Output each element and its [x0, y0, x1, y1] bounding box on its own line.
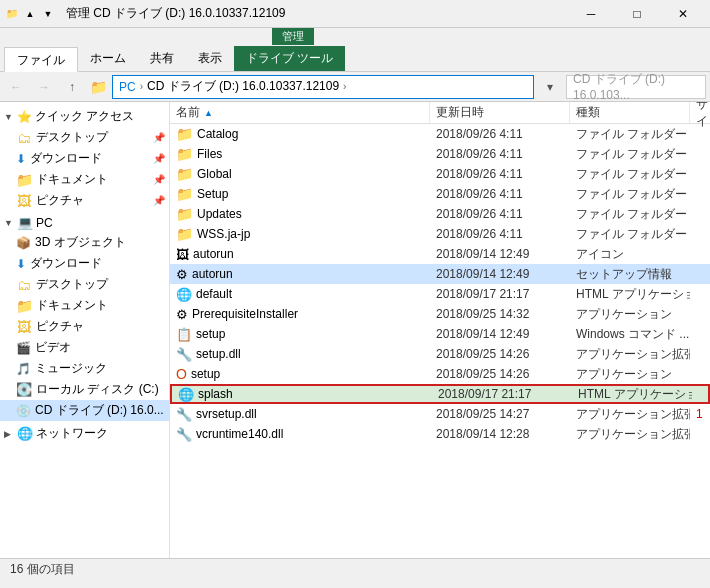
- close-button[interactable]: ✕: [660, 0, 706, 28]
- sidebar-section-quick-access: ▼ ⭐ クイック アクセス 🗂 デスクトップ 📌 ⬇ ダウンロード 📌 📁 ドキ…: [0, 106, 169, 211]
- sidebar-item-downloads[interactable]: ⬇ ダウンロード 📌: [0, 148, 169, 169]
- sidebar-item-local-c[interactable]: 💽 ローカル ディスク (C:): [0, 379, 169, 400]
- documents2-icon: 📁: [16, 298, 32, 314]
- file-name-cell: 📋setup: [170, 327, 430, 342]
- sidebar-section-pc: ▼ 💻 PC 📦 3D オブジェクト ⬇ ダウンロード 🗂 デスクトップ 📁 ド…: [0, 213, 169, 421]
- sidebar-item-documents[interactable]: 📁 ドキュメント 📌: [0, 169, 169, 190]
- pc-expand-arrow: ▼: [4, 218, 14, 228]
- cd-d-icon: 💿: [16, 404, 31, 418]
- dll-icon: 🔧: [176, 347, 192, 362]
- address-path[interactable]: PC › CD ドライブ (D:) 16.0.10337.12109 ›: [112, 75, 534, 99]
- desktop2-icon: 🗂: [16, 277, 32, 293]
- sidebar-pc-header[interactable]: ▼ 💻 PC: [0, 213, 169, 232]
- path-icon: 📁: [88, 77, 108, 97]
- downloads-icon: ⬇: [16, 152, 26, 166]
- tab-share[interactable]: 共有: [138, 46, 186, 71]
- file-row[interactable]: 🖼autorun 2018/09/14 12:49 アイコン: [170, 244, 710, 264]
- minimize-button[interactable]: ─: [568, 0, 614, 28]
- sidebar-quick-access-label: クイック アクセス: [35, 108, 134, 125]
- splash-icon: 🌐: [178, 387, 194, 402]
- tab-file[interactable]: ファイル: [4, 47, 78, 72]
- file-row[interactable]: 🌐default 2018/09/17 21:17 HTML アプリケーション: [170, 284, 710, 304]
- pictures-icon: 🖼: [16, 193, 32, 209]
- ico-icon: 🖼: [176, 247, 189, 262]
- sidebar-cd-d-label: CD ドライブ (D:) 16.0...: [35, 402, 164, 419]
- col-date-header[interactable]: 更新日時: [430, 102, 570, 123]
- cmd-icon: 📋: [176, 327, 192, 342]
- file-row[interactable]: 📁Catalog 2018/09/26 4:11 ファイル フォルダー: [170, 124, 710, 144]
- col-size-header[interactable]: サイ: [690, 102, 710, 123]
- status-bar: 16 個の項目: [0, 558, 710, 580]
- file-name-cell: 🌐default: [170, 287, 430, 302]
- tab-drive-tools[interactable]: ドライブ ツール: [234, 46, 345, 71]
- file-name-cell: 🖼autorun: [170, 247, 430, 262]
- sidebar-videos-label: ビデオ: [35, 339, 71, 356]
- file-row[interactable]: O setup 2018/09/25 14:26 アプリケーション: [170, 364, 710, 384]
- sidebar-item-music[interactable]: 🎵 ミュージック: [0, 358, 169, 379]
- tab-view[interactable]: 表示: [186, 46, 234, 71]
- sidebar-item-desktop2[interactable]: 🗂 デスクトップ: [0, 274, 169, 295]
- file-name-splash: 🌐 splash: [172, 387, 432, 402]
- file-row-selected[interactable]: ⚙autorun 2018/09/14 12:49 セットアップ情報: [170, 264, 710, 284]
- title-bar-title: 管理 CD ドライブ (D:) 16.0.10337.12109: [62, 5, 568, 22]
- col-name-header[interactable]: 名前 ▲: [170, 102, 430, 123]
- file-name-cell: 📁Global: [170, 166, 430, 182]
- sidebar-item-videos[interactable]: 🎬 ビデオ: [0, 337, 169, 358]
- folder-icon: 📁: [176, 186, 193, 202]
- file-name-cell: 📁Updates: [170, 206, 430, 222]
- documents-icon: 📁: [16, 172, 32, 188]
- sidebar-item-downloads2[interactable]: ⬇ ダウンロード: [0, 253, 169, 274]
- sidebar-item-pictures[interactable]: 🖼 ピクチャ 📌: [0, 190, 169, 211]
- file-row-splash[interactable]: 🌐 splash 2018/09/17 21:17 HTML アプリケーション: [170, 384, 710, 404]
- dropdown-button[interactable]: ▾: [538, 75, 562, 99]
- sidebar-item-desktop[interactable]: 🗂 デスクトップ 📌: [0, 127, 169, 148]
- maximize-button[interactable]: □: [614, 0, 660, 28]
- sidebar-item-pictures2[interactable]: 🖼 ピクチャ: [0, 316, 169, 337]
- sidebar-pc-label: PC: [36, 216, 53, 230]
- pin-icon-pic: 📌: [153, 195, 165, 206]
- file-row[interactable]: 📁Global 2018/09/26 4:11 ファイル フォルダー: [170, 164, 710, 184]
- file-name-cell: 🔧svrsetup.dll: [170, 407, 430, 422]
- hta-icon: 🌐: [176, 287, 192, 302]
- up-button[interactable]: ↑: [60, 75, 84, 99]
- forward-button[interactable]: →: [32, 75, 56, 99]
- sidebar-network-label: ネットワーク: [36, 425, 108, 442]
- sidebar-pictures2-label: ピクチャ: [36, 318, 84, 335]
- pc-icon: 💻: [17, 215, 33, 230]
- back-button[interactable]: ←: [4, 75, 28, 99]
- file-row[interactable]: 📁Files 2018/09/26 4:11 ファイル フォルダー: [170, 144, 710, 164]
- music-icon: 🎵: [16, 362, 31, 376]
- content-area: 名前 ▲ 更新日時 種類 サイ 📁Catalog 2018/09/26 4:11…: [170, 102, 710, 558]
- file-name-cell: 🔧vcruntime140.dll: [170, 427, 430, 442]
- sidebar-quick-access-header[interactable]: ▼ ⭐ クイック アクセス: [0, 106, 169, 127]
- expand-arrow: ▼: [4, 112, 14, 122]
- sidebar-item-documents2[interactable]: 📁 ドキュメント: [0, 295, 169, 316]
- file-row[interactable]: 🔧setup.dll 2018/09/25 14:26 アプリケーション拡張: [170, 344, 710, 364]
- status-count: 16 個の項目: [10, 561, 75, 578]
- folder-icon: 📁: [176, 206, 193, 222]
- file-row[interactable]: 📁Setup 2018/09/26 4:11 ファイル フォルダー: [170, 184, 710, 204]
- file-name-cell: ⚙PrerequisiteInstaller: [170, 307, 430, 322]
- sidebar-network-header[interactable]: ▶ 🌐 ネットワーク: [0, 423, 169, 444]
- pictures2-icon: 🖼: [16, 319, 32, 335]
- sidebar-documents2-label: ドキュメント: [36, 297, 108, 314]
- title-bar-controls: ─ □ ✕: [568, 0, 706, 28]
- sidebar-3d-label: 3D オブジェクト: [35, 234, 126, 251]
- path-end: ›: [343, 81, 346, 92]
- search-box[interactable]: CD ドライブ (D:) 16.0.103...: [566, 75, 706, 99]
- file-row[interactable]: 📁Updates 2018/09/26 4:11 ファイル フォルダー: [170, 204, 710, 224]
- file-row[interactable]: 📁WSS.ja-jp 2018/09/26 4:11 ファイル フォルダー: [170, 224, 710, 244]
- address-bar: ← → ↑ 📁 PC › CD ドライブ (D:) 16.0.10337.121…: [0, 72, 710, 102]
- file-row[interactable]: 🔧svrsetup.dll 2018/09/25 14:27 アプリケーション拡…: [170, 404, 710, 424]
- folder-icon: 📁: [176, 166, 193, 182]
- app-icon: 📁: [4, 6, 20, 22]
- sidebar-item-cd-d[interactable]: 💿 CD ドライブ (D:) 16.0...: [0, 400, 169, 421]
- tab-home[interactable]: ホーム: [78, 46, 138, 71]
- file-row[interactable]: ⚙PrerequisiteInstaller 2018/09/25 14:32 …: [170, 304, 710, 324]
- file-row[interactable]: 🔧vcruntime140.dll 2018/09/14 12:28 アプリケー…: [170, 424, 710, 444]
- sidebar-item-3d[interactable]: 📦 3D オブジェクト: [0, 232, 169, 253]
- file-row[interactable]: 📋setup 2018/09/14 12:49 Windows コマンド ...: [170, 324, 710, 344]
- col-type-header[interactable]: 種類: [570, 102, 690, 123]
- ribbon: 管理 ファイル ホーム 共有 表示 ドライブ ツール: [0, 28, 710, 72]
- sidebar-downloads2-label: ダウンロード: [30, 255, 102, 272]
